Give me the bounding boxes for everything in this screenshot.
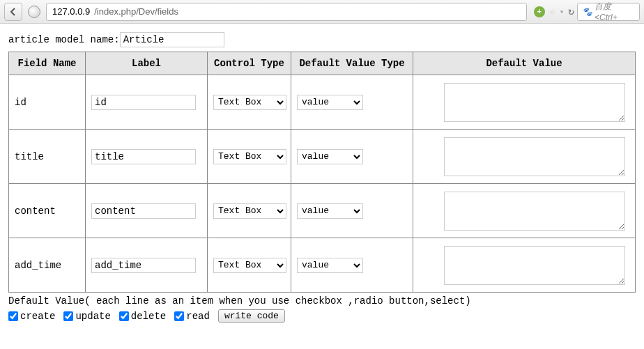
field-name-cell: id <box>9 75 86 130</box>
default-value-type-select[interactable]: value <box>297 95 363 110</box>
default-value-cell <box>413 184 636 238</box>
page-content: article model name: Field Name Label Con… <box>0 24 644 331</box>
default-value-type-cell: value <box>291 130 413 184</box>
action-checks: create update delete read write code <box>8 309 636 323</box>
model-name-input[interactable] <box>120 32 224 47</box>
default-value-type-cell: value <box>291 238 413 293</box>
check-update-label[interactable]: update <box>63 311 110 322</box>
default-value-cell <box>413 130 636 184</box>
default-value-type-select[interactable]: value <box>297 258 363 273</box>
fields-table: Field Name Label Control Type Default Va… <box>8 52 636 293</box>
dropdown-icon[interactable]: ▾ <box>560 8 564 16</box>
url-host: 127.0.0.9 <box>52 6 90 17</box>
model-name-label: article model name: <box>8 34 120 45</box>
check-create-label[interactable]: create <box>8 311 55 322</box>
table-row: contentText Boxvalue <box>9 184 636 238</box>
reload-icon[interactable]: ↻ <box>568 5 574 18</box>
col-default-value-type: Default Value Type <box>291 52 413 75</box>
default-value-type-cell: value <box>291 184 413 238</box>
check-update[interactable] <box>63 311 73 321</box>
check-read[interactable] <box>174 311 184 321</box>
write-code-button[interactable]: write code <box>218 309 285 323</box>
default-value-cell <box>413 238 636 293</box>
control-type-cell: Text Box <box>208 184 291 238</box>
default-value-cell <box>413 75 636 130</box>
col-label: Label <box>86 52 208 75</box>
control-type-cell: Text Box <box>208 75 291 130</box>
field-name-cell: content <box>9 184 86 238</box>
default-value-textarea[interactable] <box>444 83 625 122</box>
browser-toolbar: 127.0.0.9/index.php/Dev/fields + ☆ ▾ ↻ 🐾… <box>0 0 644 24</box>
label-cell <box>86 75 208 130</box>
add-bookmark-icon[interactable]: + <box>534 6 545 17</box>
label-input[interactable] <box>91 258 196 273</box>
site-identity-icon <box>28 6 40 18</box>
label-input[interactable] <box>91 149 196 164</box>
default-value-type-select[interactable]: value <box>297 203 363 219</box>
table-row: add_timeText Boxvalue <box>9 238 636 293</box>
search-placeholder: 百度 <Ctrl+ <box>595 1 635 22</box>
back-button[interactable] <box>4 3 22 21</box>
col-field-name: Field Name <box>9 52 86 75</box>
col-control-type: Control Type <box>208 52 291 75</box>
search-engine-icon: 🐾 <box>582 7 592 17</box>
check-create[interactable] <box>8 311 18 321</box>
check-read-label[interactable]: read <box>174 311 210 322</box>
url-bar[interactable]: 127.0.0.9/index.php/Dev/fields <box>46 3 527 21</box>
check-delete[interactable] <box>119 311 129 321</box>
col-default-value: Default Value <box>413 52 636 75</box>
label-cell <box>86 238 208 293</box>
label-cell <box>86 184 208 238</box>
label-input[interactable] <box>91 95 196 110</box>
model-name-row: article model name: <box>8 32 636 47</box>
search-box[interactable]: 🐾 百度 <Ctrl+ <box>577 3 640 21</box>
default-value-textarea[interactable] <box>444 137 625 176</box>
url-bar-actions: + ☆ ▾ ↻ <box>534 5 574 18</box>
label-input[interactable] <box>91 203 196 219</box>
control-type-cell: Text Box <box>208 238 291 293</box>
star-icon[interactable]: ☆ <box>549 5 555 18</box>
default-value-hint: Default Value( each line as an item when… <box>8 295 636 307</box>
table-row: idText Boxvalue <box>9 75 636 130</box>
url-path: /index.php/Dev/fields <box>94 6 178 17</box>
default-value-textarea[interactable] <box>444 246 625 285</box>
field-name-cell: add_time <box>9 238 86 293</box>
table-header-row: Field Name Label Control Type Default Va… <box>9 52 636 75</box>
control-type-select[interactable]: Text Box <box>213 95 286 110</box>
default-value-textarea[interactable] <box>444 192 625 231</box>
control-type-cell: Text Box <box>208 130 291 184</box>
control-type-select[interactable]: Text Box <box>213 203 286 219</box>
control-type-select[interactable]: Text Box <box>213 258 286 273</box>
check-delete-label[interactable]: delete <box>119 311 166 322</box>
table-row: titleText Boxvalue <box>9 130 636 184</box>
control-type-select[interactable]: Text Box <box>213 149 286 164</box>
default-value-type-select[interactable]: value <box>297 149 363 164</box>
field-name-cell: title <box>9 130 86 184</box>
label-cell <box>86 130 208 184</box>
default-value-type-cell: value <box>291 75 413 130</box>
